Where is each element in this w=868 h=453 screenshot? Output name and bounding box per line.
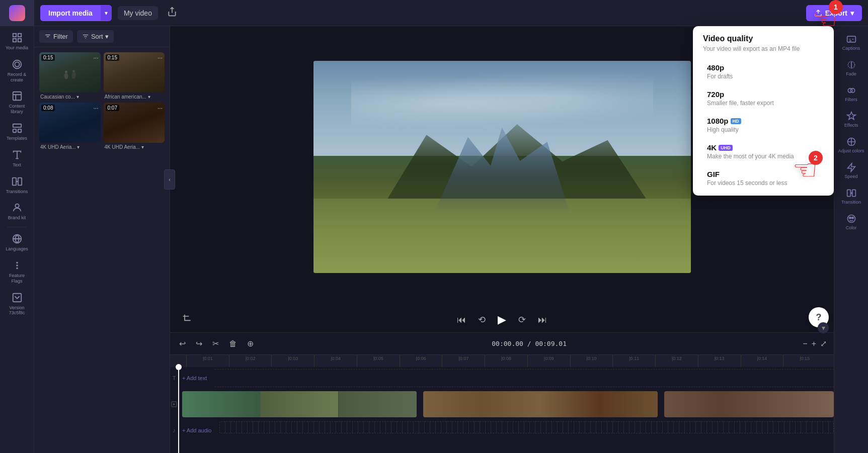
undo-button[interactable]: ↩ (176, 337, 189, 350)
svg-point-12 (15, 204, 19, 208)
filter-button[interactable]: Filter (39, 30, 73, 43)
sidebar-item-languages[interactable]: Languages (0, 229, 34, 256)
playback-controls: ⏮ ⟲ ▶ ⟳ ⏭ (170, 307, 834, 332)
import-media-button[interactable]: Import media ▾ (40, 5, 112, 21)
video-track-content (182, 391, 834, 419)
skip-back-button[interactable]: ⏮ (455, 313, 468, 327)
media-panel: Filter Sort ▾ (34, 26, 170, 453)
svg-point-21 (64, 73, 68, 79)
skip-forward-button[interactable]: ⏭ (536, 313, 549, 327)
media-thumb-1[interactable]: 0:15 ··· Caucasian co... ▾ (39, 52, 101, 100)
quality-dropdown: Video quality Your video will export as … (693, 26, 834, 196)
quality-option-1080p[interactable]: 1080p HD High quality (697, 112, 830, 138)
timeline-area: ↩ ↪ ✂ 🗑 ⊕ 00:00.00 / 00:09.01 − + ⤢ (170, 332, 834, 453)
rewind-button[interactable]: ⟲ (476, 312, 488, 327)
svg-point-23 (71, 72, 76, 79)
timeline-zoom: − + ⤢ (802, 338, 828, 349)
media-thumb-3[interactable]: 0:08 ··· 4K UHD Aeria... ▾ (39, 103, 101, 150)
add-audio-button[interactable]: + Add audio (178, 427, 215, 433)
sidebar-item-text[interactable]: Text (0, 145, 34, 172)
redo-button[interactable]: ↪ (193, 337, 205, 350)
right-item-adjust-colors[interactable]: Adjust colors (836, 133, 867, 157)
timeline-ruler: |0:01 |0:02 |0:03 |0:04 |0:05 |0:06 |0:0… (170, 355, 834, 367)
svg-rect-7 (13, 124, 21, 127)
timeline-toolbar: ↩ ↪ ✂ 🗑 ⊕ 00:00.00 / 00:09.01 − + ⤢ (170, 333, 834, 355)
quality-option-gif[interactable]: GIF For videos 15 seconds or less (697, 165, 830, 192)
share-icon[interactable] (164, 4, 180, 22)
text-track-content (215, 369, 834, 387)
mark-button[interactable]: ⊕ (244, 337, 257, 350)
svg-rect-17 (13, 293, 21, 302)
quality-subtitle: Your video will export as an MP4 file (693, 45, 834, 58)
sort-button[interactable]: Sort ▾ (77, 30, 114, 43)
svg-point-4 (15, 62, 19, 66)
svg-point-24 (72, 70, 75, 72)
right-item-speed[interactable]: Speed (836, 158, 867, 183)
audio-track: ♪ + Add audio (170, 421, 834, 439)
audio-track-content (219, 421, 834, 439)
svg-rect-11 (18, 177, 21, 185)
play-button[interactable]: ▶ (496, 311, 508, 328)
svg-point-14 (17, 265, 18, 266)
sidebar-item-templates[interactable]: Templates (0, 119, 34, 145)
right-sidebar: Captions Fade Filters Effects Adjust col… (834, 26, 868, 453)
quality-title: Video quality (693, 34, 834, 45)
svg-rect-8 (13, 129, 16, 132)
forward-button[interactable]: ⟳ (516, 312, 528, 327)
svg-point-33 (847, 215, 855, 223)
crop-button[interactable] (180, 312, 194, 328)
svg-rect-10 (12, 177, 16, 185)
svg-point-22 (65, 71, 67, 73)
quality-option-720p[interactable]: 720p Smaller file, faster export (697, 85, 830, 112)
media-grid: 0:15 ··· Caucasian co... ▾ 0:15 ··· Afri… (34, 47, 170, 155)
svg-rect-3 (18, 39, 21, 42)
cut-button[interactable]: ✂ (209, 337, 222, 350)
right-item-filters[interactable]: Filters (836, 81, 867, 106)
quality-option-480p[interactable]: 480p For drafts (697, 58, 830, 85)
sidebar-item-version[interactable]: Version73c5f8c (0, 288, 34, 320)
svg-rect-25 (172, 402, 177, 407)
svg-rect-9 (18, 129, 21, 132)
timeline-tracks: T + Add text (170, 367, 834, 453)
svg-rect-6 (13, 92, 21, 101)
zoom-out-button[interactable]: − (802, 338, 808, 349)
sidebar-item-record-create[interactable]: Record &create (0, 55, 34, 87)
svg-rect-31 (847, 190, 850, 196)
add-text-button[interactable]: + Add text (178, 375, 211, 381)
media-thumb-4[interactable]: 0:07 ··· 4K UHD Aeria... ▾ (104, 103, 165, 150)
video-track (170, 389, 834, 419)
fit-button[interactable]: ⤢ (819, 338, 828, 349)
app-logo[interactable] (0, 0, 34, 26)
media-thumb-2[interactable]: 0:15 ··· African american... ▾ (104, 52, 165, 100)
import-media-main[interactable]: Import media (40, 5, 101, 21)
right-item-captions[interactable]: Captions (836, 30, 867, 55)
sidebar-item-content-library[interactable]: Contentlibrary (0, 86, 34, 119)
svg-rect-0 (13, 34, 16, 37)
sidebar-divider (7, 227, 27, 227)
quality-option-4k[interactable]: 4K UHD Make the most of your 4K media (697, 138, 830, 165)
delete-button[interactable]: 🗑 (226, 337, 240, 350)
topbar: Import media ▾ My video Export ▾ (34, 0, 868, 26)
video-title[interactable]: My video (118, 6, 158, 20)
right-item-effects[interactable]: Effects (836, 107, 867, 132)
left-sidebar: Your media Record &create Contentlibrary… (0, 0, 34, 453)
export-button[interactable]: Export ▾ (806, 5, 862, 21)
sidebar-item-transitions[interactable]: Transitions (0, 172, 34, 199)
right-item-color[interactable]: Color (836, 210, 867, 234)
svg-rect-2 (13, 39, 16, 42)
text-track: T + Add text (170, 369, 834, 387)
sidebar-item-your-media[interactable]: Your media (0, 28, 34, 55)
svg-point-35 (851, 217, 853, 219)
svg-point-34 (849, 217, 850, 219)
right-item-fade[interactable]: Fade (836, 56, 867, 80)
zoom-in-button[interactable]: + (811, 338, 817, 349)
media-toolbar: Filter Sort ▾ (34, 26, 170, 47)
import-media-dropdown[interactable]: ▾ (101, 6, 112, 21)
timeline-time: 00:00.00 / 00:09.01 (261, 340, 798, 347)
timeline-collapse-button[interactable]: ▾ (818, 322, 829, 333)
sidebar-item-brand-kit[interactable]: Brand kit (0, 198, 34, 225)
sidebar-item-feature-flags[interactable]: FeatureFlags (0, 256, 34, 288)
svg-point-15 (17, 262, 18, 263)
right-item-transition[interactable]: Transition (836, 184, 867, 209)
svg-point-5 (13, 60, 21, 69)
